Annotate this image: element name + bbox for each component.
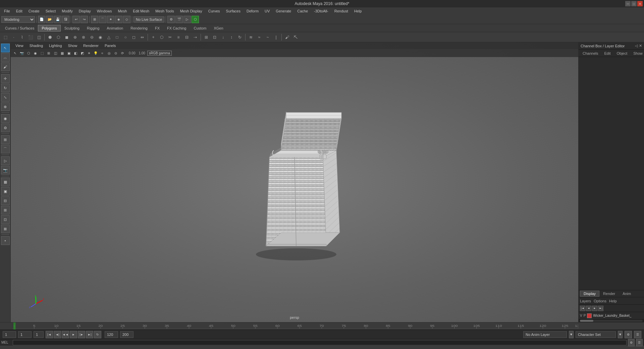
layer-last-btn[interactable]: ►| xyxy=(598,306,603,311)
snap-grid-btn[interactable]: ⊞ xyxy=(91,16,98,23)
frame-step-field[interactable]: 1 xyxy=(34,331,44,338)
render-btn[interactable]: 🎬 xyxy=(175,16,183,23)
start-frame-field[interactable]: 1 xyxy=(3,331,16,338)
separate-icon[interactable]: ⊗ xyxy=(79,33,88,41)
render-settings-btn[interactable]: ⚙ xyxy=(167,16,175,23)
viewport[interactable]: View Shading Lighting Show Renderer Pane… xyxy=(11,42,578,322)
display-layer4-btn[interactable]: ⊞ xyxy=(1,206,10,214)
boolean-icon[interactable]: ⊖ xyxy=(88,33,96,41)
universal-manip-btn[interactable]: ⊕ xyxy=(1,102,10,111)
quadrangulate-icon[interactable]: □ xyxy=(113,33,121,41)
menu-help[interactable]: Help xyxy=(352,8,365,14)
cb-expand-icon[interactable]: ◁ xyxy=(635,44,638,48)
save-as-btn[interactable]: 🖫 xyxy=(62,16,69,23)
play-back-btn[interactable]: ◄◄ xyxy=(62,331,69,338)
menu-mesh-display[interactable]: Mesh Display xyxy=(177,8,205,14)
anim-layer-dropdown[interactable]: ▼ xyxy=(569,331,574,338)
loop-btn[interactable]: ↻ xyxy=(94,331,101,338)
menu-surfaces[interactable]: Surfaces xyxy=(223,8,243,14)
vp-antialias-icon[interactable]: ◎ xyxy=(106,50,112,56)
mirror-icon[interactable]: ⇔ xyxy=(138,33,146,41)
display-layer5-btn[interactable]: ⊡ xyxy=(1,215,10,224)
snap-to-curve-btn[interactable]: ⌒ xyxy=(1,145,10,153)
persp-camera-btn[interactable]: 📷 xyxy=(1,166,10,174)
fill-hole-icon[interactable]: ○ xyxy=(121,33,129,41)
layer-visibility[interactable]: V xyxy=(580,314,582,317)
tab-curves-surfaces[interactable]: Curves / Surfaces xyxy=(1,25,38,32)
snap-point-btn[interactable]: ✦ xyxy=(107,16,114,23)
menu-curves[interactable]: Curves xyxy=(206,8,223,14)
menu-create[interactable]: Create xyxy=(26,8,42,14)
triangulate-icon[interactable]: △ xyxy=(105,33,113,41)
flip-icon[interactable]: ↕ xyxy=(227,33,235,41)
reduce-icon[interactable]: ◻ xyxy=(130,33,138,41)
vp-smooth-icon[interactable]: ◉ xyxy=(32,50,38,56)
menu-mesh[interactable]: Mesh xyxy=(115,8,129,14)
snap-live-btn[interactable]: ◇ xyxy=(123,16,130,23)
paint-select-btn[interactable]: 🖌 xyxy=(1,62,10,71)
select-tool-btn[interactable]: ↖ xyxy=(1,44,10,52)
display-tab[interactable]: Display xyxy=(580,291,599,297)
skip-end-btn[interactable]: ►| xyxy=(86,331,93,338)
merge-icon[interactable]: ⊞ xyxy=(202,33,210,41)
vp-depth-icon[interactable]: ⊙ xyxy=(113,50,119,56)
snap-surface-btn[interactable]: ◈ xyxy=(115,16,122,23)
menu-mesh-tools[interactable]: Mesh Tools xyxy=(153,8,176,14)
sculpt-icon[interactable]: ⛏ xyxy=(291,33,300,41)
object-tab[interactable]: Object xyxy=(614,51,630,56)
vp-display1-icon[interactable]: ▦ xyxy=(59,50,65,56)
vp-ao-icon[interactable]: ◩ xyxy=(79,50,85,56)
spin-icon[interactable]: ↻ xyxy=(236,33,244,41)
vp-panels-menu[interactable]: Panels xyxy=(102,43,119,48)
vp-lighting-menu[interactable]: Lighting xyxy=(46,43,65,48)
render-region-btn[interactable]: ▷ xyxy=(1,156,10,165)
vp-grid-icon[interactable]: ⊞ xyxy=(46,50,52,56)
tab-fx-caching[interactable]: FX Caching xyxy=(163,25,190,32)
cmd-submit-btn[interactable]: ⚙ xyxy=(628,339,635,346)
layer-first-btn[interactable]: |◄ xyxy=(580,306,585,311)
edge-select-icon[interactable]: ⌇ xyxy=(18,33,26,41)
layers-label[interactable]: Layers xyxy=(580,299,591,303)
display-layer1-btn[interactable]: ▦ xyxy=(1,178,10,186)
vp-hud-icon[interactable]: ◫ xyxy=(52,50,58,56)
tab-rigging[interactable]: Rigging xyxy=(83,25,103,32)
paint-sel-icon[interactable]: 🖌 xyxy=(283,33,291,41)
anim-layer-field[interactable]: No Anim Layer xyxy=(523,331,567,338)
offset-loop-icon[interactable]: ⊟ xyxy=(183,33,191,41)
new-scene-btn[interactable]: 📄 xyxy=(38,16,45,23)
layer-prev-btn[interactable]: ◄ xyxy=(586,306,591,311)
append-poly-icon[interactable]: + xyxy=(149,33,157,41)
help-label[interactable]: Help xyxy=(609,299,617,303)
vp-display2-icon[interactable]: ▣ xyxy=(66,50,72,56)
show-tab[interactable]: Show xyxy=(631,51,644,56)
display-layer3-btn[interactable]: ⊟ xyxy=(1,196,10,205)
insert-loop-icon[interactable]: ≡ xyxy=(174,33,182,41)
undo-btn[interactable]: ↩ xyxy=(72,16,80,23)
menu-modify[interactable]: Modify xyxy=(59,8,75,14)
redo-btn[interactable]: ↪ xyxy=(80,16,88,23)
play-fwd-btn[interactable]: ► xyxy=(70,331,77,338)
playback-end-field[interactable]: 200 xyxy=(120,331,133,338)
tab-fx[interactable]: FX xyxy=(151,25,163,32)
render-tab[interactable]: Render xyxy=(599,291,619,297)
tab-animation[interactable]: Animation xyxy=(103,25,127,32)
vp-view-menu[interactable]: View xyxy=(13,43,26,48)
menu-windows[interactable]: Windows xyxy=(94,8,115,14)
menu-edit[interactable]: Edit xyxy=(13,8,25,14)
menu-3dtoall[interactable]: -3DtoAll- xyxy=(311,8,331,14)
quick-key-btn[interactable]: ⚙ xyxy=(625,331,632,338)
display-layer2-btn[interactable]: ▣ xyxy=(1,187,10,196)
scroll-thumb[interactable] xyxy=(580,320,593,322)
end-frame-field[interactable]: 120 xyxy=(105,331,118,338)
ipr-btn[interactable]: ▷ xyxy=(183,16,191,23)
snap-to-grid-btn[interactable]: ⊞ xyxy=(1,135,10,144)
no-live-surface-btn[interactable]: No Live Surface xyxy=(133,16,164,22)
create-poly-icon[interactable]: ⬡ xyxy=(158,33,166,41)
face-select-icon[interactable]: ⬛ xyxy=(26,33,35,41)
gamma-display[interactable]: sRGB gamma xyxy=(147,51,172,56)
vp-light2-icon[interactable]: 💡 xyxy=(93,50,99,56)
scale-tool-btn[interactable]: ⤡ xyxy=(1,93,10,102)
close-button[interactable]: ✕ xyxy=(637,1,643,6)
soft-mod-btn[interactable]: ◉ xyxy=(1,114,10,123)
cmd-input[interactable] xyxy=(13,340,627,345)
